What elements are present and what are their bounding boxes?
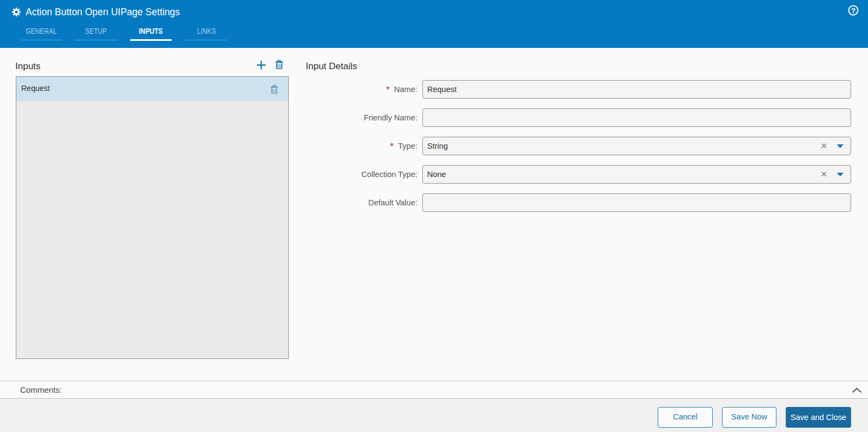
svg-text:?: ? (851, 7, 855, 15)
